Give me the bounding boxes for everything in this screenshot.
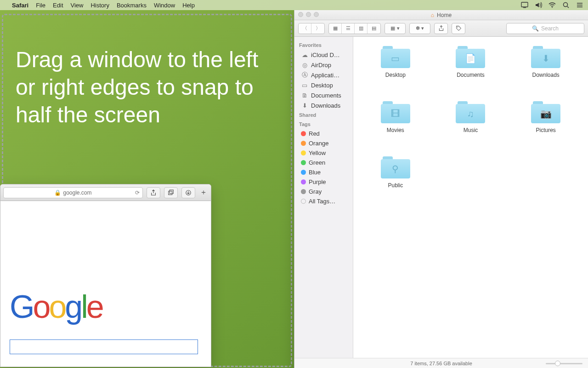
menu-file[interactable]: File [36,2,45,9]
safari-toolbar: 🔒 google.com ⟳ ＋ [0,184,211,201]
tag-dot-icon [301,141,306,146]
tag-dot-icon [301,179,306,184]
folder-movies[interactable]: 🎞Movies [368,101,423,156]
menubar: Safari File Edit View History Bookmarks … [0,0,588,10]
share-button-finder[interactable] [434,23,448,34]
folder-icon: 📄 [456,46,485,68]
sidebar-item-label: Yellow [309,150,326,156]
sidebar-item-cloud[interactable]: ☁iCloud D… [294,50,353,60]
sidebar-item-documents[interactable]: 🗎Documents [294,90,353,100]
finder-titlebar[interactable]: ⌂ Home [294,10,588,20]
sidebar-tag-orange[interactable]: Orange [294,138,353,148]
arrange-button[interactable]: ▦ ▾ [384,23,406,34]
app-menu[interactable]: Safari [12,2,28,9]
menu-history[interactable]: History [90,2,109,9]
menu-window[interactable]: Window [154,2,175,9]
apps-icon: Ⓐ [301,71,308,79]
sidebar-tag-yellow[interactable]: Yellow [294,148,353,158]
google-search-input[interactable] [10,339,198,354]
notification-center-icon[interactable] [576,1,583,9]
cloud-icon: ☁ [301,51,308,58]
sidebar-item-label: Documents [311,92,341,99]
traffic-lights[interactable] [298,12,319,17]
column-view-button[interactable]: ▥ [355,23,368,34]
downloads-button[interactable] [181,187,195,198]
folder-downloads[interactable]: ⬇Downloads [518,46,573,101]
sidebar-item-label: Red [309,130,320,137]
sidebar-tag-blue[interactable]: Blue [294,167,353,177]
folder-label: Downloads [532,72,559,78]
sidebar-item-label: Blue [309,169,321,176]
folder-label: Pictures [536,127,555,133]
forward-button[interactable]: 〉 [311,23,324,34]
spotlight-icon[interactable] [562,1,570,9]
svg-point-3 [564,3,568,7]
new-tab-button[interactable]: ＋ [199,187,208,198]
airdrop-icon: ◎ [301,61,308,69]
folder-icon: ⬇ [531,46,560,68]
finder-toolbar: 〈 〉 ▦ ☰ ▥ ▤ ▦ ▾ ✽ ▾ 🔍 Search [294,20,588,37]
sidebar-tag-purple[interactable]: Purple [294,177,353,187]
sidebar-item-label: Purple [309,178,326,185]
safari-window[interactable]: 🔒 google.com ⟳ ＋ Google [0,184,211,367]
tag-dot-icon [301,189,306,194]
volume-icon[interactable] [535,1,542,9]
wifi-icon[interactable] [548,1,556,9]
desktop-icon: ▭ [301,81,308,89]
folder-music[interactable]: ♫Music [443,101,498,156]
list-view-button[interactable]: ☰ [342,23,355,34]
finder-window[interactable]: ⌂ Home 〈 〉 ▦ ☰ ▥ ▤ ▦ ▾ ✽ ▾ 🔍 Search Favo… [294,10,588,368]
tag-dot-icon [301,170,306,175]
safari-url: google.com [63,190,91,196]
folder-public[interactable]: ⚲Public [368,156,423,212]
gallery-view-button[interactable]: ▤ [368,23,380,34]
favorites-heading: Favorites [294,40,353,50]
action-button[interactable]: ✽ ▾ [409,23,430,34]
menu-view[interactable]: View [71,2,84,9]
tags-button[interactable] [452,23,465,34]
icon-view-button[interactable]: ▦ [329,23,342,34]
sidebar-item-label: Applicati… [311,72,339,79]
menu-bookmarks[interactable]: Bookmarks [117,2,147,9]
svg-rect-0 [521,2,528,7]
sidebar-tag-green[interactable]: Green [294,158,353,167]
svg-point-2 [552,7,553,8]
folder-pictures[interactable]: 📷Pictures [518,101,573,156]
sidebar-item-apps[interactable]: ⒶApplicati… [294,70,353,80]
reload-icon[interactable]: ⟳ [135,190,140,196]
svg-point-11 [457,27,458,28]
safari-address-bar[interactable]: 🔒 google.com ⟳ [3,187,143,198]
folder-label: Music [464,127,478,133]
finder-search-input[interactable]: 🔍 Search [506,23,584,34]
search-icon: 🔍 [532,25,539,32]
tag-dot-icon [301,160,306,165]
sidebar-tag-alltags[interactable]: All Tags… [294,196,353,206]
view-mode-switcher[interactable]: ▦ ☰ ▥ ▤ [328,23,381,34]
finder-status-bar: 7 items, 27.56 GB available [294,358,588,368]
nav-back-forward[interactable]: 〈 〉 [298,23,325,34]
sidebar-tag-gray[interactable]: Gray [294,187,353,196]
menu-help[interactable]: Help [182,2,195,9]
svg-rect-1 [523,7,526,8]
sidebar-item-airdrop[interactable]: ◎AirDrop [294,60,353,70]
shared-heading: Shared [294,110,353,120]
folder-label: Desktop [385,72,406,78]
share-button[interactable] [147,187,160,198]
sidebar-item-downloads[interactable]: ⬇Downloads [294,100,353,110]
sidebar-item-label: Downloads [311,102,340,109]
sidebar-item-label: Desktop [311,82,333,89]
sidebar-item-desktop[interactable]: ▭Desktop [294,80,353,90]
folder-documents[interactable]: 📄Documents [443,46,498,101]
screen-share-icon[interactable] [521,1,528,9]
home-icon: ⌂ [431,12,434,18]
back-button[interactable]: 〈 [299,23,311,34]
folder-desktop[interactable]: ▭Desktop [368,46,423,101]
sidebar-tag-red[interactable]: Red [294,129,353,138]
svg-rect-9 [170,190,173,193]
menu-edit[interactable]: Edit [53,2,63,9]
documents-icon: 🗎 [301,92,308,99]
sidebar-item-label: AirDrop [311,62,331,69]
tabs-button[interactable] [164,187,178,198]
tag-dot-icon [301,150,306,155]
icon-size-slider[interactable] [546,361,582,366]
